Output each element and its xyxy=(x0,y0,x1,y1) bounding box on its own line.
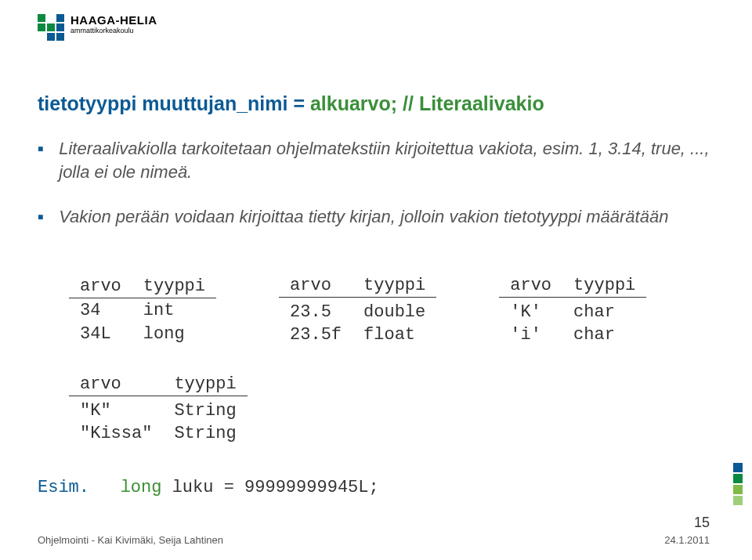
table-header: arvo xyxy=(499,274,562,298)
cell: char xyxy=(562,323,646,346)
table-row: 23.5f float xyxy=(279,323,436,346)
table-types-int: arvo tyyppi 34 int 34L long xyxy=(69,274,216,346)
cell: float xyxy=(352,323,436,346)
logo: HAAGA-HELIA ammattikorkeakoulu xyxy=(38,14,157,41)
footer-credit: Ohjelmointi - Kai Kivimäki, Seija Lahtin… xyxy=(38,534,223,546)
list-item: ■ Vakion perään voidaan kirjoittaa tiett… xyxy=(38,205,719,229)
table-row: 'i' char xyxy=(499,323,646,346)
logo-sub: ammattikorkeakoulu xyxy=(70,27,157,34)
bullet-text: Vakion perään voidaan kirjoittaa tietty … xyxy=(59,205,719,229)
cell: 34 xyxy=(69,298,132,323)
table-types-char: arvo tyyppi 'K' char 'i' char xyxy=(499,274,646,346)
logo-mark-icon xyxy=(38,14,64,41)
cell: String xyxy=(163,422,247,445)
table-types-double: arvo tyyppi 23.5 double 23.5f float xyxy=(279,274,436,346)
slide-title: tietotyyppi muuttujan_nimi = alkuarvo; /… xyxy=(38,92,544,115)
title-part2: alkuarvo; // Literaalivakio xyxy=(310,92,544,114)
table-row: arvo tyyppi xyxy=(69,274,216,298)
table-row: arvo tyyppi xyxy=(279,274,436,298)
cell: double xyxy=(352,301,436,323)
table-header: tyyppi xyxy=(132,274,216,298)
table-header: tyyppi xyxy=(352,274,436,298)
list-item: ■ Literaalivakiolla tarkoitetaan ohjelma… xyxy=(38,137,719,183)
keyword: long xyxy=(121,478,162,497)
cell: 34L xyxy=(69,323,132,346)
table-row: 'K' char xyxy=(499,301,646,323)
tables-row: arvo tyyppi 34 int 34L long arvo tyyppi … xyxy=(69,274,646,346)
example-label: Esim. xyxy=(38,478,89,497)
code-text: luku = xyxy=(161,478,244,497)
cell: 23.5 xyxy=(279,301,352,323)
cell: int xyxy=(132,298,216,323)
cell: 23.5f xyxy=(279,323,352,346)
bullet-list: ■ Literaalivakiolla tarkoitetaan ohjelma… xyxy=(38,137,719,251)
table-row: 34 int xyxy=(69,298,216,323)
table-row: 34L long xyxy=(69,323,216,346)
table-types-string: arvo tyyppi "K" String "Kissa" String xyxy=(69,373,248,445)
bullet-text: Literaalivakiolla tarkoitetaan ohjelmate… xyxy=(59,137,719,183)
cell: "Kissa" xyxy=(69,422,163,445)
slide-number: 15 xyxy=(664,515,710,531)
table-row: arvo tyyppi xyxy=(499,274,646,298)
title-part1: tietotyyppi muuttujan_nimi = xyxy=(38,92,310,114)
table-header: arvo xyxy=(279,274,352,298)
example-code: Esim. long luku = 99999999945L; xyxy=(38,478,379,497)
code-literal: 99999999945L xyxy=(244,478,368,497)
cell: long xyxy=(132,323,216,346)
table-header: arvo xyxy=(69,373,163,396)
logo-name: HAAGA-HELIA xyxy=(70,14,157,26)
table-header: tyyppi xyxy=(163,373,247,396)
table-row: "K" String xyxy=(69,399,248,422)
bullet-icon: ■ xyxy=(38,211,43,222)
table-row: 23.5 double xyxy=(279,301,436,323)
cell: String xyxy=(163,399,247,422)
cell: 'i' xyxy=(499,323,562,346)
cell: 'K' xyxy=(499,301,562,323)
table-row: "Kissa" String xyxy=(69,422,248,445)
cell: "K" xyxy=(69,399,163,422)
code-text: ; xyxy=(369,478,379,497)
bullet-icon: ■ xyxy=(38,143,43,154)
cell: char xyxy=(562,301,646,323)
table-row: arvo tyyppi xyxy=(69,373,248,396)
corner-squares-icon xyxy=(733,463,743,505)
footer-right: 15 24.1.2011 xyxy=(664,515,710,546)
table-header: tyyppi xyxy=(562,274,646,298)
slide-date: 24.1.2011 xyxy=(664,534,710,546)
table-header: arvo xyxy=(69,274,132,298)
